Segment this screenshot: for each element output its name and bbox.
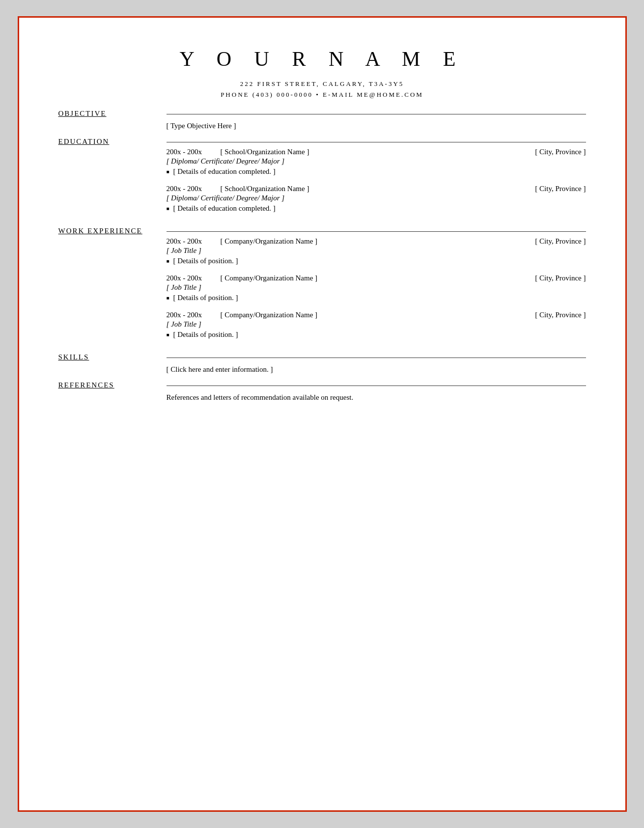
references-divider-line <box>167 386 586 386</box>
references-section: REFERENCES References and letters of rec… <box>58 381 586 404</box>
objective-text: [ Type Objective Here ] <box>167 120 586 132</box>
edu-2-date: 200x - 200x <box>167 185 216 193</box>
skills-label: SKILLS <box>58 353 89 361</box>
work-1-details: ■ [ Details of position. ] <box>167 257 586 265</box>
edu-2-details: ■ [ Details of education completed. ] <box>167 204 586 213</box>
work-1-title: [ Job Title ] <box>167 247 586 255</box>
candidate-name: Y O U R N A M E <box>58 47 586 71</box>
resume-border: Y O U R N A M E 222 FIRST STREET, CALGAR… <box>18 16 627 812</box>
bullet-icon-w1: ■ <box>167 258 169 264</box>
edu-1-details-text: [ Details of education completed. ] <box>173 167 276 176</box>
work-3-line1: 200x - 200x [ Company/Organization Name … <box>167 311 586 319</box>
skills-label-container: SKILLS <box>58 353 167 361</box>
work-2-date: 200x - 200x <box>167 274 216 282</box>
edu-2-diploma: [ Diploma/ Certificate/ Degree/ Major ] <box>167 194 586 202</box>
address-line1: 222 FIRST STREET, CALGARY, T3A-3Y5 <box>58 79 586 89</box>
resume-content: Y O U R N A M E 222 FIRST STREET, CALGAR… <box>58 47 586 781</box>
work-3-city: [ City, Province ] <box>535 311 586 319</box>
objective-divider: OBJECTIVE <box>58 109 586 118</box>
work-row: 200x - 200x [ Company/Organization Name … <box>58 237 586 348</box>
education-entry-2: 200x - 200x [ School/Organization Name ]… <box>167 185 586 213</box>
education-section: EDUCATION 200x - 200x [ School/Organizat… <box>58 137 586 221</box>
bullet-icon-1: ■ <box>167 169 169 174</box>
work-2-title: [ Job Title ] <box>167 283 586 292</box>
edu-1-school: [ School/Organization Name ] <box>221 148 309 156</box>
work-entry-3: 200x - 200x [ Company/Organization Name … <box>167 311 586 339</box>
work-1-date: 200x - 200x <box>167 237 216 246</box>
edu-2-line1: 200x - 200x [ School/Organization Name ]… <box>167 185 586 193</box>
work-2-line1: 200x - 200x [ Company/Organization Name … <box>167 274 586 282</box>
edu-1-line1: 200x - 200x [ School/Organization Name ]… <box>167 148 586 156</box>
work-content: 200x - 200x [ Company/Organization Name … <box>167 237 586 348</box>
references-divider: REFERENCES <box>58 381 586 389</box>
skills-content: [ Click here and enter information. ] <box>167 363 586 376</box>
skills-section: SKILLS [ Click here and enter informatio… <box>58 353 586 376</box>
work-label-container: WORK EXPERIENCE <box>58 226 167 235</box>
edu-1-city: [ City, Province ] <box>535 148 586 156</box>
work-divider: WORK EXPERIENCE <box>58 226 586 235</box>
edu-1-details: ■ [ Details of education completed. ] <box>167 167 586 176</box>
address-line2: PHONE (403) 000-0000 • E-MAIL ME@HOME.CO… <box>58 89 586 100</box>
education-label: EDUCATION <box>58 138 110 145</box>
edu-1-date: 200x - 200x <box>167 148 216 156</box>
references-content: References and letters of recommendation… <box>167 391 586 404</box>
work-1-company: [ Company/Organization Name ] <box>221 237 318 246</box>
work-section: WORK EXPERIENCE 200x - 200x [ Company/Or… <box>58 226 586 348</box>
bullet-icon-w2: ■ <box>167 295 169 301</box>
work-3-company: [ Company/Organization Name ] <box>221 311 318 319</box>
work-2-company: [ Company/Organization Name ] <box>221 274 318 282</box>
work-1-details-text: [ Details of position. ] <box>173 257 238 265</box>
skills-divider-line <box>167 358 586 358</box>
objective-divider-line <box>167 114 586 114</box>
page-wrapper: Y O U R N A M E 222 FIRST STREET, CALGAR… <box>0 0 644 828</box>
objective-section: OBJECTIVE [ Type Objective Here ] <box>58 109 586 132</box>
skills-divider: SKILLS <box>58 353 586 361</box>
work-3-details: ■ [ Details of position. ] <box>167 331 586 339</box>
edu-2-school: [ School/Organization Name ] <box>221 185 309 193</box>
work-1-line1: 200x - 200x [ Company/Organization Name … <box>167 237 586 246</box>
work-1-city: [ City, Province ] <box>535 237 586 246</box>
education-divider: EDUCATION <box>58 137 586 146</box>
objective-label: OBJECTIVE <box>58 110 107 117</box>
work-2-city: [ City, Province ] <box>535 274 586 282</box>
work-3-details-text: [ Details of position. ] <box>173 331 238 339</box>
education-row: 200x - 200x [ School/Organization Name ]… <box>58 148 586 221</box>
work-entry-2: 200x - 200x [ Company/Organization Name … <box>167 274 586 302</box>
objective-label-container: OBJECTIVE <box>58 109 167 118</box>
work-divider-line <box>167 231 586 232</box>
education-content: 200x - 200x [ School/Organization Name ]… <box>167 148 586 221</box>
references-label-container: REFERENCES <box>58 381 167 389</box>
work-2-details-text: [ Details of position. ] <box>173 294 238 302</box>
objective-content: [ Type Objective Here ] <box>167 120 586 132</box>
work-2-details: ■ [ Details of position. ] <box>167 294 586 302</box>
skills-row: [ Click here and enter information. ] <box>58 363 586 376</box>
education-label-container: EDUCATION <box>58 137 167 146</box>
skills-text: [ Click here and enter information. ] <box>167 363 586 376</box>
edu-1-diploma: [ Diploma/ Certificate/ Degree/ Major ] <box>167 157 586 166</box>
references-label: REFERENCES <box>58 381 114 389</box>
work-3-title: [ Job Title ] <box>167 320 586 329</box>
references-text: References and letters of recommendation… <box>167 391 586 404</box>
resume-header: Y O U R N A M E 222 FIRST STREET, CALGAR… <box>58 47 586 100</box>
objective-row: [ Type Objective Here ] <box>58 120 586 132</box>
education-divider-line <box>167 142 586 142</box>
references-row: References and letters of recommendation… <box>58 391 586 404</box>
edu-2-details-text: [ Details of education completed. ] <box>173 204 276 213</box>
work-3-date: 200x - 200x <box>167 311 216 319</box>
work-label: WORK EXPERIENCE <box>58 227 142 235</box>
work-entry-1: 200x - 200x [ Company/Organization Name … <box>167 237 586 265</box>
edu-2-city: [ City, Province ] <box>535 185 586 193</box>
education-entry-1: 200x - 200x [ School/Organization Name ]… <box>167 148 586 176</box>
bullet-icon-2: ■ <box>167 206 169 211</box>
bullet-icon-w3: ■ <box>167 332 169 337</box>
